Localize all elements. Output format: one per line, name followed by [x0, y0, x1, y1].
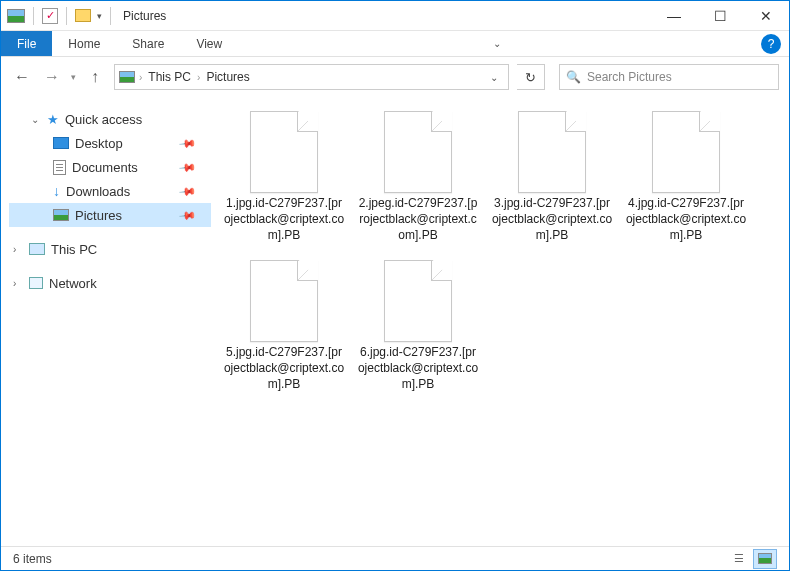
search-placeholder: Search Pictures — [587, 70, 672, 84]
file-item[interactable]: 1.jpg.id-C279F237.[projectblack@criptext… — [219, 107, 349, 248]
chevron-down-icon[interactable]: ⌄ — [31, 114, 41, 125]
chevron-right-icon[interactable]: › — [139, 72, 142, 83]
pin-icon: 📌 — [178, 134, 197, 153]
qat-newfolder-icon[interactable] — [75, 9, 91, 22]
chevron-right-icon[interactable]: › — [13, 278, 23, 289]
file-label: 2.jpeg.id-C279F237.[projectblack@criptex… — [357, 195, 479, 244]
view-details-button[interactable]: ☰ — [727, 549, 751, 569]
pc-icon — [29, 243, 45, 255]
file-label: 4.jpg.id-C279F237.[projectblack@criptext… — [625, 195, 747, 244]
sidebar-label: Quick access — [65, 112, 142, 127]
sidebar-item-label: Documents — [72, 160, 138, 175]
history-dropdown-icon[interactable]: ▾ — [71, 72, 76, 82]
chevron-right-icon[interactable]: › — [13, 244, 23, 255]
maximize-button[interactable]: ☐ — [697, 1, 743, 31]
minimize-button[interactable]: ― — [651, 1, 697, 31]
sidebar-label: This PC — [51, 242, 97, 257]
tab-view[interactable]: View — [180, 31, 238, 56]
up-button[interactable]: ↑ — [84, 68, 106, 86]
file-item[interactable]: 3.jpg.id-C279F237.[projectblack@criptext… — [487, 107, 617, 248]
status-bar: 6 items ☰ — [1, 546, 789, 570]
back-button[interactable]: ← — [11, 68, 33, 86]
ribbon-expand-icon[interactable]: ⌄ — [493, 38, 501, 49]
sidebar-network[interactable]: › Network — [9, 271, 211, 295]
sidebar-quick-access[interactable]: ⌄ ★ Quick access — [9, 107, 211, 131]
tab-share[interactable]: Share — [116, 31, 180, 56]
file-label: 1.jpg.id-C279F237.[projectblack@criptext… — [223, 195, 345, 244]
qat-dropdown-icon[interactable]: ▾ — [97, 11, 102, 21]
sidebar-this-pc[interactable]: › This PC — [9, 237, 211, 261]
file-label: 6.jpg.id-C279F237.[projectblack@criptext… — [357, 344, 479, 393]
search-icon: 🔍 — [566, 70, 581, 84]
file-label: 3.jpg.id-C279F237.[projectblack@criptext… — [491, 195, 613, 244]
file-icon — [250, 111, 318, 193]
status-count: 6 items — [13, 552, 52, 566]
ribbon: File Home Share View ⌄ ? — [1, 31, 789, 57]
pin-icon: 📌 — [178, 206, 197, 225]
forward-button[interactable]: → — [41, 68, 63, 86]
file-icon — [384, 260, 452, 342]
view-icons-button[interactable] — [753, 549, 777, 569]
sidebar-item-label: Desktop — [75, 136, 123, 151]
file-icon — [250, 260, 318, 342]
documents-icon — [53, 160, 66, 175]
file-item[interactable]: 6.jpg.id-C279F237.[projectblack@criptext… — [353, 256, 483, 397]
breadcrumb-thispc[interactable]: This PC — [146, 70, 193, 84]
window-title: Pictures — [123, 9, 166, 23]
refresh-button[interactable]: ↻ — [517, 64, 545, 90]
sidebar-label: Network — [49, 276, 97, 291]
help-icon[interactable]: ? — [761, 34, 781, 54]
sidebar-item-documents[interactable]: Documents 📌 — [9, 155, 211, 179]
file-icon — [384, 111, 452, 193]
nav-row: ← → ▾ ↑ › This PC › Pictures ⌄ ↻ 🔍 Searc… — [1, 57, 789, 97]
network-icon — [29, 277, 43, 289]
desktop-icon — [53, 137, 69, 149]
file-icon — [652, 111, 720, 193]
sidebar: ⌄ ★ Quick access Desktop 📌 Documents 📌 ↓… — [1, 97, 211, 546]
pin-icon: 📌 — [178, 158, 197, 177]
downloads-icon: ↓ — [53, 183, 60, 199]
address-dropdown-icon[interactable]: ⌄ — [484, 72, 504, 83]
pictures-icon — [53, 209, 69, 221]
sidebar-item-downloads[interactable]: ↓ Downloads 📌 — [9, 179, 211, 203]
location-icon — [119, 71, 135, 83]
file-icon — [518, 111, 586, 193]
qat-properties-icon[interactable]: ✓ — [42, 8, 58, 24]
search-input[interactable]: 🔍 Search Pictures — [559, 64, 779, 90]
chevron-right-icon[interactable]: › — [197, 72, 200, 83]
tab-home[interactable]: Home — [52, 31, 116, 56]
sidebar-item-pictures[interactable]: Pictures 📌 — [9, 203, 211, 227]
star-icon: ★ — [47, 112, 59, 127]
address-bar[interactable]: › This PC › Pictures ⌄ — [114, 64, 509, 90]
breadcrumb-pictures[interactable]: Pictures — [204, 70, 251, 84]
file-item[interactable]: 2.jpeg.id-C279F237.[projectblack@criptex… — [353, 107, 483, 248]
titlebar: ✓ ▾ Pictures ― ☐ ✕ — [1, 1, 789, 31]
file-label: 5.jpg.id-C279F237.[projectblack@criptext… — [223, 344, 345, 393]
close-button[interactable]: ✕ — [743, 1, 789, 31]
file-item[interactable]: 5.jpg.id-C279F237.[projectblack@criptext… — [219, 256, 349, 397]
file-item[interactable]: 4.jpg.id-C279F237.[projectblack@criptext… — [621, 107, 751, 248]
sidebar-item-label: Pictures — [75, 208, 122, 223]
content-pane[interactable]: 1.jpg.id-C279F237.[projectblack@criptext… — [211, 97, 789, 546]
pin-icon: 📌 — [178, 182, 197, 201]
file-menu[interactable]: File — [1, 31, 52, 56]
sidebar-item-desktop[interactable]: Desktop 📌 — [9, 131, 211, 155]
window-icon — [7, 9, 25, 23]
sidebar-item-label: Downloads — [66, 184, 130, 199]
